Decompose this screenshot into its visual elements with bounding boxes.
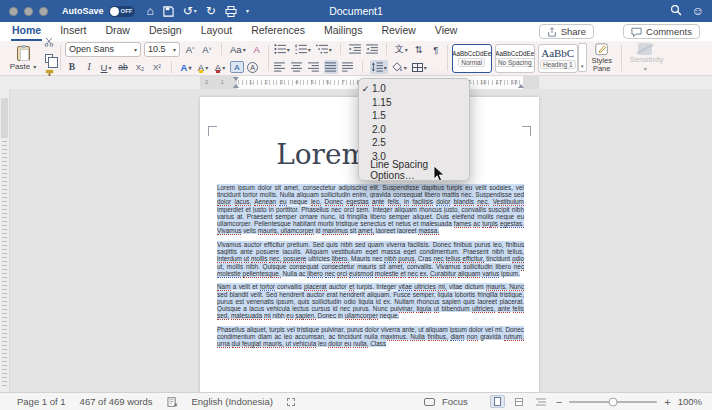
bullets-button[interactable]: ▾ [273, 42, 291, 56]
print-icon[interactable] [225, 6, 237, 17]
enclose-characters-button[interactable]: A [230, 61, 244, 73]
outline-view-button[interactable] [534, 395, 549, 408]
show-paragraph-marks-button[interactable]: ¶ [429, 42, 443, 56]
paragraph[interactable]: Phasellus aliquet, turpis vel tristique … [217, 326, 524, 348]
search-icon[interactable] [670, 2, 682, 20]
menu-item-2.5[interactable]: 2.5 [359, 136, 469, 150]
align-center-button[interactable] [290, 60, 304, 74]
language-indicator[interactable]: English (Indonesia) [192, 396, 273, 407]
document-canvas[interactable]: Lorem ipsum Lorem ipsum dolor sit amet, … [0, 89, 712, 392]
zoom-level[interactable]: 100% [678, 396, 702, 407]
tab-design[interactable]: Design [148, 22, 183, 41]
menu-item-1.0[interactable]: ✓1.0 [359, 82, 469, 96]
word-count[interactable]: 467 of 469 words [80, 396, 153, 407]
proofing-status-icon[interactable] [167, 397, 178, 407]
qat-more-icon[interactable]: ▾ [246, 5, 249, 17]
web-layout-view-button[interactable] [512, 395, 527, 408]
sensitivity-button[interactable]: Sensitivity ▾ [626, 43, 664, 73]
feedback-smiley-icon[interactable]: ☺ [692, 4, 704, 18]
tab-view[interactable]: View [434, 22, 459, 41]
superscript-button[interactable]: X² [150, 60, 164, 74]
autosave-label: AutoSave [62, 6, 104, 16]
zoom-window-button[interactable] [39, 7, 48, 16]
style-heading-1[interactable]: AaBbCHeading 1 [538, 44, 578, 73]
tab-insert[interactable]: Insert [59, 22, 87, 41]
style-no-spacing[interactable]: AaBbCcDdEeNo Spacing [495, 44, 535, 73]
highlight-color-button[interactable]: A▾ [196, 60, 210, 74]
print-layout-view-button[interactable] [490, 395, 505, 408]
multilevel-list-button[interactable]: ▾ [315, 42, 333, 56]
align-left-button[interactable] [273, 60, 287, 74]
paragraph[interactable]: Vivamus auctor efficitur pretium. Sed qu… [217, 241, 524, 277]
horizontal-ruler[interactable]: 21123456789101112131415161718 [0, 76, 712, 89]
zoom-slider-thumb[interactable] [609, 397, 618, 406]
sort-button[interactable]: ⇅ [412, 42, 426, 56]
change-case-button[interactable]: Aa▾ [229, 42, 247, 56]
font-size-select[interactable]: 10.5▾ [144, 42, 180, 57]
borders-button[interactable]: ▾ [411, 60, 428, 74]
tab-review[interactable]: Review [380, 22, 416, 41]
minimize-window-button[interactable] [24, 7, 33, 16]
comments-button[interactable]: Comments [623, 24, 700, 39]
autosave-toggle[interactable]: OFF [109, 6, 135, 17]
style-normal[interactable]: AaBbCcDdEeNormal [452, 44, 492, 73]
cut-button[interactable] [42, 35, 56, 49]
align-right-button[interactable] [307, 60, 321, 74]
font-color-button[interactable]: A▾ [213, 60, 227, 74]
tab-draw[interactable]: Draw [104, 22, 131, 41]
italic-button[interactable]: I [82, 60, 96, 74]
font-name-select[interactable]: Open Sans▾ [65, 42, 141, 57]
focus-button[interactable]: Focus [442, 396, 468, 407]
strikethrough-button[interactable]: ab [116, 60, 130, 74]
character-border-button[interactable]: A [247, 62, 258, 73]
justify-button[interactable] [324, 60, 338, 74]
zoom-out-button[interactable]: − [556, 396, 562, 408]
shading-button[interactable]: ▾ [391, 60, 408, 74]
styles-pane-button[interactable]: Styles Pane [587, 43, 617, 73]
menu-item-line-spacing-options-[interactable]: Line Spacing Options… [359, 163, 469, 177]
vertical-ruler[interactable] [0, 89, 10, 392]
menu-item-1.5[interactable]: 1.5 [359, 109, 469, 123]
underline-button[interactable]: U▾ [99, 60, 113, 74]
paste-button[interactable]: Paste▾ [6, 46, 40, 71]
numbering-button[interactable]: ▾ [294, 42, 312, 56]
tab-layout[interactable]: Layout [200, 22, 234, 41]
page-indicator[interactable]: Page 1 of 1 [17, 396, 66, 407]
decrease-indent-button[interactable] [348, 42, 362, 56]
tab-home[interactable]: Home [11, 22, 42, 41]
close-window-button[interactable] [9, 7, 18, 16]
window-controls[interactable] [9, 7, 48, 16]
undo-button[interactable]: ↺▾ [183, 5, 197, 17]
increase-indent-button[interactable] [365, 42, 379, 56]
zoom-in-button[interactable]: + [664, 396, 670, 408]
line-spacing-button[interactable]: ▾ [370, 60, 388, 74]
redo-button[interactable]: ↻ [206, 5, 216, 17]
shrink-font-button[interactable]: A˅ [200, 42, 214, 56]
menu-item-1.15[interactable]: 1.15 [359, 96, 469, 110]
tab-mailings[interactable]: Mailings [323, 22, 364, 41]
paragraph[interactable]: Lorem ipsum dolor sit amet, consectetur … [217, 184, 524, 234]
first-line-indent-marker[interactable] [233, 77, 239, 81]
asian-layout-button[interactable]: 文▾ [394, 42, 409, 56]
paragraph[interactable]: Nam a velit et tortor convallis placerat… [217, 283, 524, 319]
menu-item-2.0[interactable]: 2.0 [359, 123, 469, 137]
focus-icon [424, 398, 435, 406]
save-icon[interactable] [163, 6, 174, 17]
home-icon[interactable]: ⌂ [147, 5, 154, 17]
share-button[interactable]: Share [539, 24, 594, 39]
styles-gallery-more-button[interactable]: ▾ [578, 43, 587, 72]
tab-references[interactable]: References [250, 22, 306, 41]
hanging-indent-marker[interactable] [233, 84, 239, 88]
bold-button[interactable]: B [65, 60, 79, 74]
clear-formatting-button[interactable]: A [250, 42, 264, 56]
distribute-text-button[interactable] [341, 60, 355, 74]
selection-mode-icon[interactable] [287, 398, 295, 406]
margin-cropmark-right [522, 126, 531, 136]
zoom-slider[interactable] [569, 401, 657, 403]
right-indent-marker[interactable] [518, 84, 524, 88]
subscript-button[interactable]: X₂ [133, 60, 147, 74]
grow-font-button[interactable]: A^ [183, 42, 197, 56]
copy-button[interactable] [42, 51, 56, 65]
document-body[interactable]: Lorem ipsum dolor sit amet, consectetur … [217, 184, 524, 348]
text-effects-button[interactable]: A▾ [179, 60, 193, 74]
